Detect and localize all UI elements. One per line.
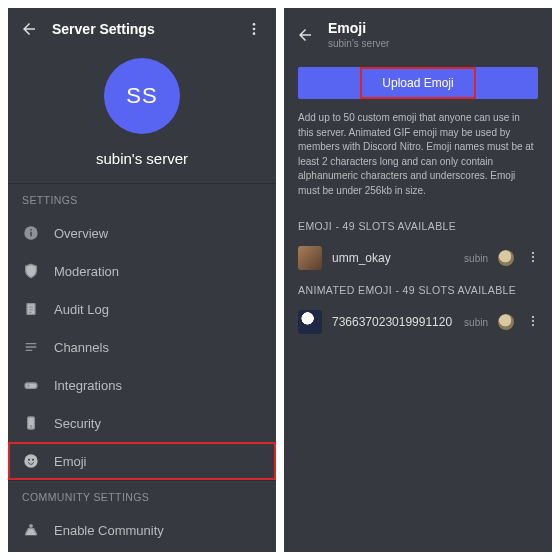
- svg-rect-7: [25, 383, 37, 388]
- svg-point-19: [532, 323, 534, 325]
- page-subtitle: subin's server: [328, 38, 540, 49]
- server-avatar[interactable]: SS: [104, 58, 180, 134]
- emoji-uploader: subin: [464, 317, 488, 328]
- emoji-thumbnail: [298, 310, 322, 334]
- svg-point-2: [253, 32, 256, 35]
- uploader-avatar: [498, 250, 514, 266]
- list-icon: [22, 339, 40, 355]
- svg-point-0: [253, 23, 256, 26]
- settings-item-channels[interactable]: Channels: [8, 328, 276, 366]
- server-name: subin's server: [96, 150, 188, 167]
- settings-item-overview[interactable]: Overview: [8, 214, 276, 252]
- upload-emoji-label: Upload Emoji: [382, 76, 453, 90]
- emoji-name: umm_okay: [332, 251, 454, 265]
- svg-point-17: [532, 315, 534, 317]
- svg-point-13: [30, 525, 33, 528]
- uploader-avatar: [498, 314, 514, 330]
- svg-point-10: [24, 454, 37, 467]
- emoji-animated-header: ANIMATED EMOJI - 49 SLOTS AVAILABLE: [284, 276, 552, 304]
- page-title: Server Settings: [52, 21, 230, 37]
- settings-item-label: Overview: [54, 226, 108, 241]
- svg-point-16: [532, 259, 534, 261]
- settings-item-label: Moderation: [54, 264, 119, 279]
- settings-item-audit-log[interactable]: Audit Log: [8, 290, 276, 328]
- phone-lock-icon: [22, 415, 40, 431]
- info-icon: [22, 225, 40, 241]
- emoji-thumbnail: [298, 246, 322, 270]
- shield-icon: [22, 263, 40, 279]
- svg-point-18: [532, 319, 534, 321]
- settings-item-moderation[interactable]: Moderation: [8, 252, 276, 290]
- settings-item-label: Enable Community: [54, 523, 164, 538]
- emoji-icon: [22, 453, 40, 469]
- server-avatar-zone: SS subin's server: [8, 46, 276, 183]
- svg-point-1: [253, 28, 256, 31]
- emoji-row[interactable]: umm_okay subin: [284, 240, 552, 276]
- emoji-name: 736637023019991120: [332, 315, 454, 329]
- settings-item-security[interactable]: Security: [8, 404, 276, 442]
- svg-point-12: [32, 459, 34, 461]
- svg-rect-4: [30, 232, 31, 237]
- section-label-settings: SETTINGS: [8, 183, 276, 214]
- back-arrow-icon[interactable]: [296, 26, 314, 44]
- header: Emoji subin's server: [284, 8, 552, 57]
- settings-list: Overview Moderation Audit Log Channels I…: [8, 214, 276, 480]
- settings-item-label: Emoji: [54, 454, 87, 469]
- more-icon[interactable]: [244, 21, 264, 37]
- svg-point-15: [532, 255, 534, 257]
- back-arrow-icon[interactable]: [20, 20, 38, 38]
- more-icon[interactable]: [524, 250, 542, 267]
- emoji-static-header: EMOJI - 49 SLOTS AVAILABLE: [284, 212, 552, 240]
- svg-rect-5: [30, 229, 31, 230]
- community-icon: [22, 522, 40, 538]
- settings-item-label: Integrations: [54, 378, 122, 393]
- emoji-uploader: subin: [464, 253, 488, 264]
- svg-point-11: [28, 459, 30, 461]
- settings-item-label: Channels: [54, 340, 109, 355]
- settings-item-emoji[interactable]: Emoji: [8, 442, 276, 480]
- settings-item-enable-community[interactable]: Enable Community: [8, 511, 276, 549]
- server-settings-panel: Server Settings SS subin's server SETTIN…: [8, 8, 276, 552]
- settings-item-label: Audit Log: [54, 302, 109, 317]
- svg-point-14: [532, 251, 534, 253]
- controller-icon: [22, 377, 40, 393]
- emoji-description: Add up to 50 custom emoji that anyone ca…: [284, 107, 552, 212]
- section-label-community: COMMUNITY SETTINGS: [8, 480, 276, 511]
- emoji-panel: Emoji subin's server Upload Emoji Add up…: [284, 8, 552, 552]
- emoji-row[interactable]: 736637023019991120 subin: [284, 304, 552, 340]
- settings-item-label: Security: [54, 416, 101, 431]
- more-icon[interactable]: [524, 314, 542, 331]
- svg-point-9: [30, 426, 31, 427]
- page-title: Emoji: [328, 20, 540, 36]
- clipboard-icon: [22, 301, 40, 317]
- settings-item-integrations[interactable]: Integrations: [8, 366, 276, 404]
- upload-emoji-button[interactable]: Upload Emoji: [298, 67, 538, 99]
- header: Server Settings: [8, 8, 276, 46]
